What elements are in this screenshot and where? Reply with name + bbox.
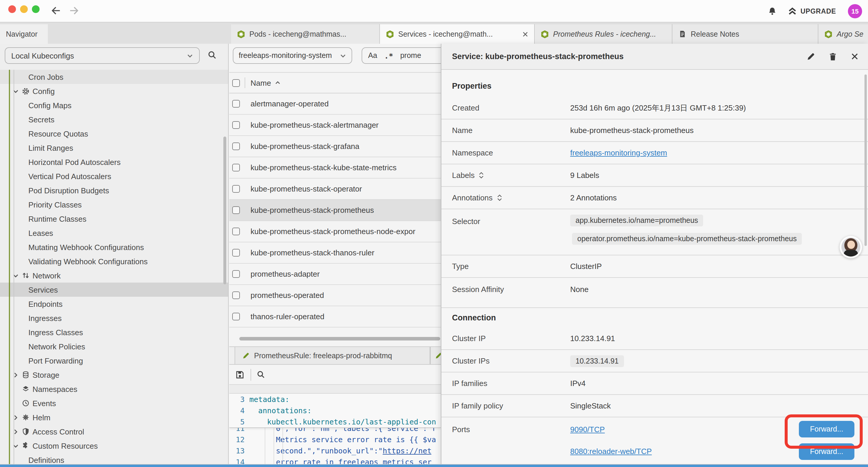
table-row[interactable]: thanos-ruler-operated [229,306,441,327]
maximize-window-button[interactable] [32,5,39,13]
sidebar-item-secrets[interactable]: Secrets [0,112,228,126]
selector-chip[interactable]: operator.prometheus.io/name=kube-prometh… [572,233,802,245]
table-row-selected[interactable]: kube-prometheus-stack-prometheus [229,200,441,221]
back-button[interactable] [50,4,63,17]
sidebar-item-vertical-pod-autoscalers[interactable]: Vertical Pod Autoscalers [0,169,228,183]
sidebar-item-pod-disruption-budgets[interactable]: Pod Disruption Budgets [0,183,228,198]
table-row[interactable]: prometheus-operated [229,285,441,306]
notifications-bell-icon[interactable] [768,7,776,15]
sidebar-item-namespaces[interactable]: Namespaces [0,382,228,396]
edit-pencil-icon[interactable] [807,52,815,61]
sidebar-item-events[interactable]: Events [0,396,228,410]
row-checkbox[interactable] [232,100,240,108]
horizontal-scrollbar[interactable] [239,337,440,341]
sidebar-group-config[interactable]: Config [0,84,228,98]
select-all-checkbox[interactable] [232,79,240,87]
row-checkbox[interactable] [232,185,240,193]
row-checkbox[interactable] [232,164,240,171]
notification-count-badge[interactable]: 15 [848,4,862,18]
created-value: 253d 16h 6m ago (2025年1月13日 GMT+8 1:25:3… [570,103,746,113]
row-checkbox[interactable] [232,270,240,278]
cluster-ips-chip[interactable]: 10.233.14.91 [570,355,624,367]
save-icon[interactable] [236,370,244,379]
minimize-window-button[interactable] [20,5,28,13]
table-row[interactable]: kube-prometheus-stack-kube-state-metrics [229,157,441,178]
close-window-button[interactable] [8,5,16,13]
sidebar-group-network[interactable]: Network [0,268,228,283]
detail-scrollbar[interactable] [864,75,867,246]
table-row[interactable]: prometheus-adapter [229,264,441,285]
expand-collapse-icon[interactable] [479,172,484,178]
upgrade-button[interactable]: UPGRADE [788,7,836,15]
sidebar-group-custom-resources[interactable]: Custom Resources [0,439,228,453]
row-checkbox[interactable] [232,206,240,214]
sidebar-item-cron-jobs[interactable]: Cron Jobs [0,70,228,84]
sidebar-item-ingress-classes[interactable]: Ingress Classes [0,325,228,339]
name-value: kube-prometheus-stack-prometheus [570,126,694,135]
namespace-link[interactable]: freeleaps-monitoring-system [570,148,667,157]
sidebar-item-resource-quotas[interactable]: Resource Quotas [0,126,228,141]
app-window: UPGRADE 15 Navigator Pods - icecheng@mat… [0,0,868,467]
sticky-scroll-context: 3metadata: 4annotations: 5kubectl.kubern… [229,394,441,428]
expand-collapse-icon[interactable] [497,195,502,201]
table-row[interactable]: kube-prometheus-stack-prometheus-node-ex… [229,221,441,242]
sidebar-scrollbar[interactable] [223,137,226,284]
row-checkbox[interactable] [232,143,240,150]
forward-button[interactable] [67,4,80,17]
red-highlight-annotation [785,414,863,449]
table-row[interactable]: kube-prometheus-stack-alertmanager [229,115,441,136]
sidebar-item-endpoints[interactable]: Endpoints [0,297,228,311]
sidebar-item-services[interactable]: Services [0,283,228,297]
sidebar-item-runtime-classes[interactable]: Runtime Classes [0,212,228,226]
port-link[interactable]: 8080:reloader-web/TCP [570,447,652,456]
sidebar-item-port-forwarding[interactable]: Port Forwarding [0,353,228,368]
tab-services[interactable]: Services - icecheng@math... [380,24,535,44]
close-tab-icon[interactable] [522,31,528,37]
tab-argo[interactable]: Argo Se [818,24,868,44]
row-checkbox[interactable] [232,313,240,320]
table-row[interactable]: kube-prometheus-stack-operator [229,178,441,200]
editor-tab-prometheusrule[interactable]: PrometheusRule: freeleaps-prod-rabbitmq [235,347,430,364]
row-checkbox[interactable] [232,291,240,299]
sidebar-item-priority-classes[interactable]: Priority Classes [0,198,228,212]
sidebar-item-ingresses[interactable]: Ingresses [0,311,228,325]
sidebar-item-limit-ranges[interactable]: Limit Ranges [0,141,228,155]
table-row[interactable]: kube-prometheus-stack-thanos-ruler [229,242,441,264]
row-checkbox[interactable] [232,249,240,257]
selector-chip[interactable]: app.kubernetes.io/name=prometheus [570,214,704,226]
close-panel-icon[interactable] [851,53,859,60]
sidebar-item-validating-webhook-configurations[interactable]: Validating Webhook Configurations [0,254,228,268]
sidebar-group-helm[interactable]: Helm [0,410,228,425]
cluster-select-dropdown[interactable]: Local Kubeconfigs [5,47,200,64]
editor-breadcrumb-band [229,384,441,394]
sidebar-search-icon[interactable] [208,51,216,59]
sidebar-item-horizontal-pod-autoscalers[interactable]: Horizontal Pod Autoscalers [0,155,228,169]
sidebar-item-leases[interactable]: Leases [0,226,228,240]
tab-navigator[interactable]: Navigator [0,24,48,44]
tab-release-notes[interactable]: Release Notes [673,24,818,44]
editor-search-icon[interactable] [257,371,265,378]
editor-tab-partial[interactable] [430,347,441,364]
match-case-icon[interactable]: Aa [368,52,377,60]
sidebar-item-config-maps[interactable]: Config Maps [0,98,228,112]
user-avatar[interactable] [840,236,862,258]
sidebar-item-network-policies[interactable]: Network Policies [0,339,228,353]
tab-pods[interactable]: Pods - icecheng@mathmas... [231,24,380,44]
name-column-header[interactable]: Name [251,78,280,87]
row-checkbox[interactable] [232,121,240,129]
sidebar-group-storage[interactable]: Storage [0,368,228,382]
annotations-count[interactable]: 2 Annotations [570,193,617,202]
labels-count[interactable]: 9 Labels [570,171,599,180]
namespace-dropdown[interactable]: freeleaps-monitoring-system [233,47,352,64]
table-row[interactable]: kube-prometheus-stack-grafana [229,136,441,157]
sidebar-item-mutating-webhook-configurations[interactable]: Mutating Webhook Configurations [0,240,228,254]
port-link[interactable]: 9090/TCP [570,425,652,434]
tab-prometheus-rules[interactable]: Prometheus Rules - icecheng... [535,24,673,44]
sidebar-group-access-control[interactable]: Access Control [0,425,228,439]
yaml-editor[interactable]: 3metadata: 4annotations: 5kubectl.kubern… [229,394,441,467]
row-checkbox[interactable] [232,228,240,235]
regex-icon[interactable]: .* [384,51,393,60]
table-row[interactable]: alertmanager-operated [229,93,441,115]
delete-trash-icon[interactable] [829,52,837,61]
chevron-down-icon [340,52,346,59]
